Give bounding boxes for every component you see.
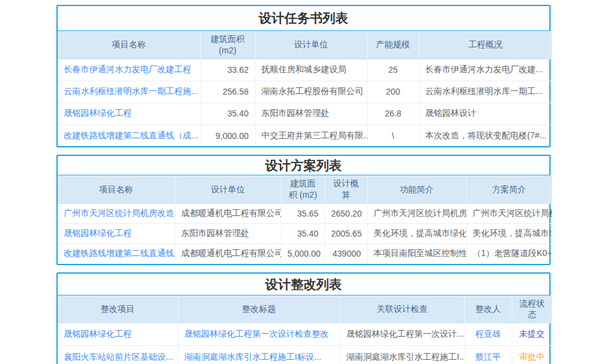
design-unit-value: 抚顺住房和城乡建设局 [255, 59, 367, 81]
plan-intro-value: 美化环境，提高城市绿化... [466, 224, 552, 244]
estimate-value: 439000 [325, 244, 367, 264]
table-row: 广州市天河区统计局机房改造... 成都暖通机电工程有限公司 35.65 2650… [58, 204, 552, 224]
capacity-value: \ [367, 124, 419, 146]
overview-value: 晟铭园林设计 [419, 103, 552, 124]
header-row: 整改项目 整改标题 关联设计检查 整改人 流程状态 [58, 295, 552, 323]
design-unit-value: 成都暖通机电工程有限公司 [175, 244, 281, 264]
project-link[interactable]: 长春市伊通河水力发电厂改建工程 [58, 59, 200, 81]
header-row: 项目名称 建筑面积 (m2) 设计单位 产能规模 工程概况 [58, 31, 552, 59]
column-header-project-name: 项目名称 [58, 31, 200, 59]
capacity-value: 200 [367, 81, 419, 103]
plan-intro-value: 广州市天河区统计局机房... [466, 204, 552, 224]
plan-intro-value: （1）老营隧道段K0+000... [466, 244, 552, 264]
column-header-rectifier: 整改人 [464, 295, 512, 323]
rectifier-link[interactable]: 蔡江平 [464, 346, 512, 364]
design-unit-value: 东阳市园林管理处 [255, 103, 367, 124]
rectification-title-link[interactable]: 湖南洞庭湖水库引水工程施工I标设... [178, 346, 340, 364]
project-link[interactable]: 晟铭园林绿化工程 [58, 103, 200, 124]
table-row: 晟铭园林绿化工程 东阳市园林管理处 35.40 2005.65 美化环境，提高城… [58, 224, 552, 244]
column-header-building-area: 建筑面积 (m2) [200, 31, 255, 59]
related-check-value: 湖南洞庭湖水库引水工程施工I... [340, 346, 464, 364]
design-plan-table: 项目名称 设计单位 建筑面积 (m2) 设计概算 功能简介 方案简介 广州市天河… [58, 175, 552, 263]
table-row: 改建铁路线增建第二线直通线... 成都暖通机电工程有限公司 5,000.00 4… [58, 244, 552, 264]
column-header-building-area: 建筑面积 (m2) [281, 175, 325, 203]
project-link[interactable]: 广州市天河区统计局机房改造... [58, 204, 175, 224]
column-header-design-unit: 设计单位 [255, 31, 367, 59]
overview-value: 本次改造，将现状变配电楼(7#... [419, 124, 552, 146]
building-area-value: 35.65 [281, 204, 325, 224]
column-header-function-intro: 功能简介 [367, 175, 466, 203]
table-row: 云南水利枢纽潜明水库一期工程施... 256.58 湖南永拓工程股份有限公司 2… [58, 81, 552, 103]
design-rectification-list-panel: 设计整改列表 整改项目 整改标题 关联设计检查 整改人 流程状态 晟铭园林绿化工… [56, 272, 551, 364]
building-area-value: 5,000.00 [281, 244, 325, 264]
capacity-value: 26.8 [367, 103, 419, 124]
panel-title-design-tasks: 设计任务书列表 [58, 6, 549, 31]
overview-value: 长春市伊通河水力发电厂改建... [419, 59, 552, 81]
building-area-value: 35.40 [281, 224, 325, 244]
design-unit-value: 湖南永拓工程股份有限公司 [255, 81, 367, 103]
table-row: 改建铁路线增建第二线直通线（成... 9,000.00 中交王府井第三工程局有限… [58, 124, 552, 146]
building-area-value: 33.62 [200, 59, 255, 81]
rectification-title-link[interactable]: 晟铭园林绿化工程第一次设计检查整改 [178, 323, 340, 346]
rectifier-link[interactable]: 程亚雄 [464, 323, 512, 346]
column-header-project-overview: 工程概况 [419, 31, 552, 59]
column-header-project-name: 项目名称 [58, 175, 175, 203]
column-header-related-design-check: 关联设计检查 [340, 295, 464, 323]
page-content: 设计任务书列表 项目名称 建筑面积 (m2) 设计单位 产能规模 工程概况 长春… [56, 5, 551, 364]
panel-title-design-plans: 设计方案列表 [58, 156, 549, 175]
project-link[interactable]: 晟铭园林绿化工程 [58, 323, 178, 346]
project-link[interactable]: 晟铭园林绿化工程 [58, 224, 175, 244]
design-unit-value: 成都暖通机电工程有限公司 [175, 204, 281, 224]
header-row: 项目名称 设计单位 建筑面积 (m2) 设计概算 功能简介 方案简介 [58, 175, 552, 203]
function-intro-value: 美化环境，提高城市绿化... [367, 224, 466, 244]
table-row: 晟铭园林绿化工程 晟铭园林绿化工程第一次设计检查整改 晟铭园林绿化工程第一次设计… [58, 323, 552, 346]
overview-value: 云南水利枢纽潜明水库一期工... [419, 81, 552, 103]
column-header-rectification-title: 整改标题 [178, 295, 340, 323]
column-header-capacity-scale: 产能规模 [367, 31, 419, 59]
function-intro-value: 广州市天河区统计局机房... [367, 204, 466, 224]
status-badge: 未提交 [512, 323, 552, 346]
project-link[interactable]: 襄阳火车站站前片区基础设... [58, 346, 178, 364]
estimate-value: 2650.20 [325, 204, 367, 224]
column-header-design-unit: 设计单位 [175, 175, 281, 203]
design-rectification-table: 整改项目 整改标题 关联设计检查 整改人 流程状态 晟铭园林绿化工程 晟铭园林绿… [58, 295, 552, 364]
table-row: 长春市伊通河水力发电厂改建工程 33.62 抚顺住房和城乡建设局 25 长春市伊… [58, 59, 552, 81]
table-row: 晟铭园林绿化工程 35.40 东阳市园林管理处 26.8 晟铭园林设计 [58, 103, 552, 124]
design-unit-value: 中交王府井第三工程局有限... [255, 124, 367, 146]
panel-title-design-rectifications: 设计整改列表 [58, 274, 549, 295]
table-row: 襄阳火车站站前片区基础设... 湖南洞庭湖水库引水工程施工I标设... 湖南洞庭… [58, 346, 552, 364]
capacity-value: 25 [367, 59, 419, 81]
estimate-value: 2005.65 [325, 224, 367, 244]
column-header-workflow-status: 流程状态 [512, 295, 552, 323]
design-unit-value: 东阳市园林管理处 [175, 224, 281, 244]
building-area-value: 35.40 [200, 103, 255, 124]
building-area-value: 9,000.00 [200, 124, 255, 146]
function-intro-value: 本项目南阳至城区控制性... [367, 244, 466, 264]
column-header-rectification-project: 整改项目 [58, 295, 178, 323]
project-link[interactable]: 改建铁路线增建第二线直通线（成... [58, 124, 200, 146]
column-header-plan-intro: 方案简介 [466, 175, 552, 203]
related-check-value: 晟铭园林绿化工程第一次设计... [340, 323, 464, 346]
building-area-value: 256.58 [200, 81, 255, 103]
status-badge: 审批中 [512, 346, 552, 364]
project-link[interactable]: 云南水利枢纽潜明水库一期工程施... [58, 81, 200, 103]
column-header-design-estimate: 设计概算 [325, 175, 367, 203]
design-task-table: 项目名称 建筑面积 (m2) 设计单位 产能规模 工程概况 长春市伊通河水力发电… [58, 31, 552, 146]
design-plan-list-panel: 设计方案列表 项目名称 设计单位 建筑面积 (m2) 设计概算 功能简介 方案简… [56, 155, 551, 265]
project-link[interactable]: 改建铁路线增建第二线直通线... [58, 244, 175, 264]
design-task-list-panel: 设计任务书列表 项目名称 建筑面积 (m2) 设计单位 产能规模 工程概况 长春… [56, 5, 551, 147]
